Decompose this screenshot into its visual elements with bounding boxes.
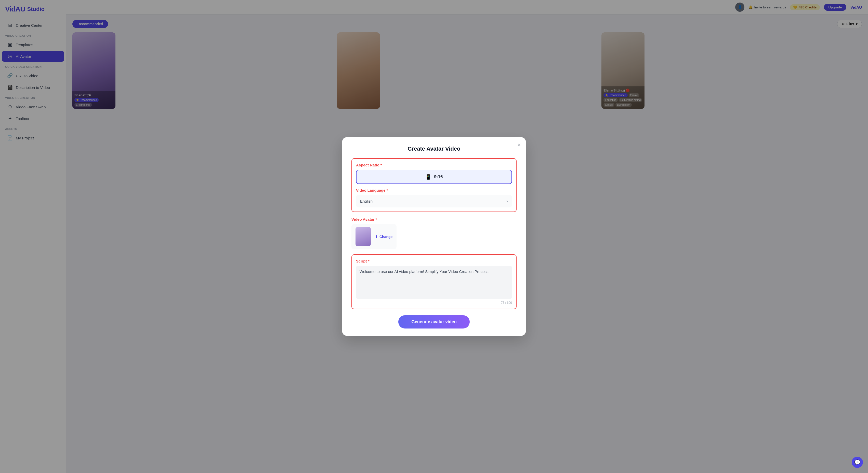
language-value: English [360,199,373,203]
chat-icon: 💬 [854,459,861,465]
video-language-field: Video Language * English › [356,188,512,208]
aspect-ratio-button[interactable]: 📱 9:16 [356,170,512,184]
aspect-ratio-field: Aspect Ratio * 📱 9:16 [356,163,512,184]
aspect-ratio-language-section: Aspect Ratio * 📱 9:16 Video Language * E… [351,158,517,212]
required-marker: * [386,188,388,192]
phone-icon: 📱 [425,174,431,180]
required-marker: * [380,163,382,167]
video-avatar-section: Video Avatar * ⬆ Change [351,217,517,249]
aspect-ratio-value: 9:16 [434,174,443,180]
required-marker: * [368,259,370,263]
support-button[interactable]: 💬 [852,457,863,468]
modal-dialog: × Create Avatar Video Aspect Ratio * 📱 9… [342,137,526,336]
script-counter: 75 / 600 [356,301,512,305]
modal-overlay[interactable]: × Create Avatar Video Aspect Ratio * 📱 9… [0,0,868,473]
chevron-right-icon: › [506,198,508,204]
change-label: Change [379,235,393,239]
video-language-label: Video Language * [356,188,512,192]
modal-title: Create Avatar Video [351,146,517,152]
script-textarea[interactable]: Welcome to use our AI video platform! Si… [356,266,512,299]
required-marker: * [376,217,377,221]
avatar-thumbnail [355,227,371,246]
video-avatar-label: Video Avatar * [351,217,517,221]
avatar-image [355,227,371,246]
script-label: Script * [356,259,512,263]
upload-icon: ⬆ [375,235,378,239]
avatar-card: ⬆ Change [351,224,397,249]
aspect-ratio-label: Aspect Ratio * [356,163,512,167]
change-avatar-button[interactable]: ⬆ Change [375,235,393,239]
language-select[interactable]: English › [356,195,512,208]
generate-avatar-video-button[interactable]: Generate avatar video [398,315,470,328]
script-section: Script * Welcome to use our AI video pla… [351,254,517,309]
modal-close-button[interactable]: × [517,141,521,148]
